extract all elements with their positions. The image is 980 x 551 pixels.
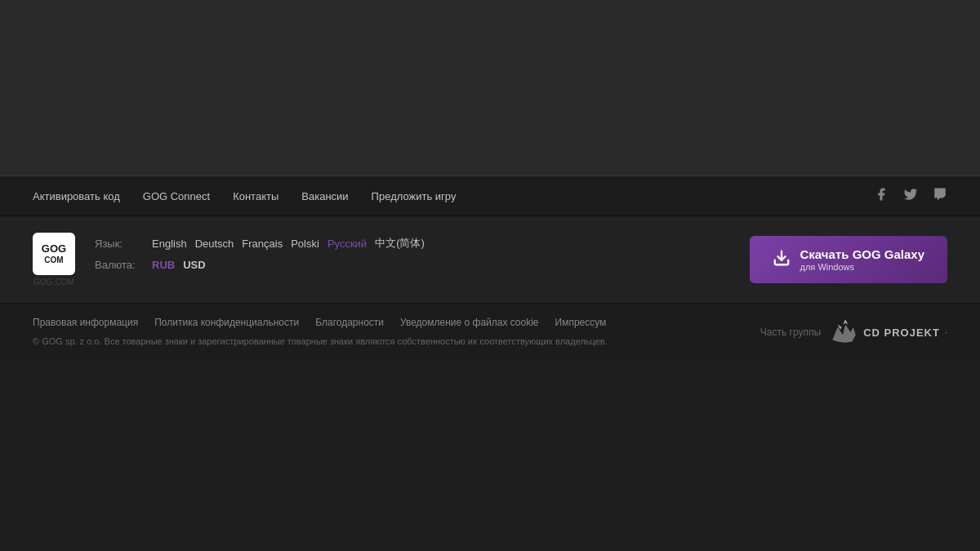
cdprojekt-dragon-icon	[827, 317, 858, 348]
twitch-icon[interactable]	[933, 187, 947, 205]
footer-links: Правовая информация Политика конфиденциа…	[33, 317, 608, 328]
footer-left: GOG COM GOG.COM Язык: English Deutsch Fr…	[33, 233, 425, 287]
gog-dot-com-label: GOG.COM	[33, 278, 75, 287]
nav-activate-code[interactable]: Активировать код	[33, 190, 120, 202]
cdprojekt-logo: CD PROJEKT ·	[827, 317, 947, 348]
twitter-icon[interactable]	[903, 187, 918, 205]
nav-bar: Активировать код GOG Connect Контакты Ва…	[0, 176, 980, 216]
footer-link-legal[interactable]: Правовая информация	[33, 317, 138, 328]
language-label: Язык:	[95, 238, 144, 250]
download-title: Скачать GOG Galaxy	[800, 247, 924, 262]
currency-label: Валюта:	[95, 259, 144, 271]
nav-contacts[interactable]: Контакты	[233, 190, 278, 202]
nav-suggest-game[interactable]: Предложить игру	[372, 190, 457, 202]
lang-english[interactable]: English	[152, 238, 187, 250]
lang-polski[interactable]: Polski	[291, 238, 319, 250]
partner-label: Часть группы	[760, 327, 821, 338]
nav-vacancies[interactable]: Вакансии	[301, 190, 348, 202]
footer-main: GOG COM GOG.COM Язык: English Deutsch Fr…	[0, 216, 980, 304]
lang-francais[interactable]: Français	[242, 238, 283, 250]
currency-row: Валюта: RUB USD	[95, 259, 425, 271]
footer-partner: Часть группы CD PROJEKT ·	[760, 317, 947, 348]
footer-link-privacy[interactable]: Политика конфиденциальности	[154, 317, 299, 328]
copyright-text: © GOG sp. z o.o. Все товарные знаки и за…	[33, 336, 608, 346]
download-subtitle: для Windows	[800, 262, 854, 272]
nav-gog-connect[interactable]: GOG Connect	[143, 190, 210, 202]
nav-social	[874, 187, 947, 205]
top-area	[0, 0, 980, 176]
gog-logo-container: GOG COM GOG.COM	[33, 233, 75, 287]
language-row: Язык: English Deutsch Français Polski Ру…	[95, 236, 425, 251]
lang-currency: Язык: English Deutsch Français Polski Ру…	[95, 236, 425, 271]
download-gog-galaxy-button[interactable]: Скачать GOG Galaxy для Windows	[750, 236, 947, 283]
gog-logo-text: GOG	[42, 243, 66, 255]
lang-deutsch[interactable]: Deutsch	[195, 238, 234, 250]
cdprojekt-text: CD PROJEKT	[863, 327, 940, 339]
footer-link-thanks[interactable]: Благодарности	[315, 317, 384, 328]
lang-russian[interactable]: Русский	[327, 238, 367, 250]
nav-links: Активировать код GOG Connect Контакты Ва…	[33, 190, 456, 202]
footer-link-impressum[interactable]: Импрессум	[555, 317, 607, 328]
download-text: Скачать GOG Galaxy для Windows	[800, 247, 924, 272]
footer-bottom: Правовая информация Политика конфиденциа…	[0, 304, 980, 359]
footer-link-cookies[interactable]: Уведомление о файлах cookie	[400, 317, 539, 328]
currency-usd[interactable]: USD	[183, 259, 205, 271]
footer-bottom-left: Правовая информация Политика конфиденциа…	[33, 317, 608, 346]
cdprojekt-dot: ·	[945, 327, 947, 337]
lang-chinese[interactable]: 中文(简体)	[375, 236, 425, 251]
gog-com-text: COM	[44, 256, 63, 264]
facebook-icon[interactable]	[874, 187, 889, 205]
footer-bottom-row: Правовая информация Политика конфиденциа…	[33, 317, 947, 348]
download-icon	[773, 249, 791, 271]
gog-logo: GOG COM	[33, 233, 75, 275]
currency-rub[interactable]: RUB	[152, 259, 175, 271]
